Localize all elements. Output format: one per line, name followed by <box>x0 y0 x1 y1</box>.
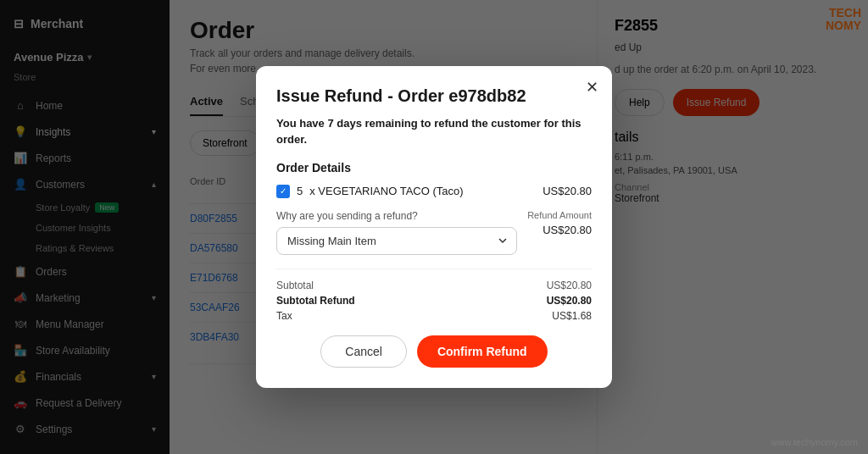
order-item-left: 5 x VEGETARIANO TACO (Taco) <box>276 185 464 198</box>
item-quantity: 5 <box>297 185 303 197</box>
refund-amount-label: Refund Amount <box>527 210 592 220</box>
refund-reason-col: Why are you sending a refund? Missing Ma… <box>276 210 517 255</box>
refund-amount-value: US$20.80 <box>527 224 592 236</box>
order-details-title: Order Details <box>276 161 592 174</box>
modal-warning: You have 7 days remaining to refund the … <box>276 116 592 147</box>
item-name: x VEGETARIANO TACO (Taco) <box>309 185 463 197</box>
tax-label: Tax <box>276 310 292 322</box>
refund-reason-row: Why are you sending a refund? Missing Ma… <box>276 210 592 255</box>
modal-title: Issue Refund - Order e978db82 <box>276 86 592 106</box>
refund-reason-select[interactable]: Missing Main Item Wrong Item Item Qualit… <box>276 227 517 255</box>
refund-modal: ✕ Issue Refund - Order e978db82 You have… <box>256 66 612 387</box>
subtotal-value: US$20.80 <box>547 280 592 291</box>
totals-section: Subtotal US$20.80 Subtotal Refund US$20.… <box>276 269 592 322</box>
subtotal-refund-value: US$20.80 <box>547 295 592 307</box>
item-price: US$20.80 <box>542 185 592 197</box>
modal-close-button[interactable]: ✕ <box>586 80 598 95</box>
subtotal-row: Subtotal US$20.80 <box>276 280 592 291</box>
tax-row: Tax US$1.68 <box>276 310 592 322</box>
modal-overlay: ✕ Issue Refund - Order e978db82 You have… <box>0 0 868 454</box>
tax-value: US$1.68 <box>552 310 592 322</box>
order-item-row: 5 x VEGETARIANO TACO (Taco) US$20.80 <box>276 185 592 198</box>
refund-amount-col: Refund Amount US$20.80 <box>527 210 592 236</box>
modal-footer: Cancel Confirm Refund <box>276 335 592 368</box>
subtotal-label: Subtotal <box>276 280 314 291</box>
cancel-button[interactable]: Cancel <box>320 335 407 368</box>
confirm-refund-button[interactable]: Confirm Refund <box>417 335 548 368</box>
subtotal-refund-row: Subtotal Refund US$20.80 <box>276 295 592 307</box>
refund-reason-label: Why are you sending a refund? <box>276 210 517 222</box>
subtotal-refund-label: Subtotal Refund <box>276 295 355 307</box>
item-checkbox[interactable] <box>276 185 290 198</box>
